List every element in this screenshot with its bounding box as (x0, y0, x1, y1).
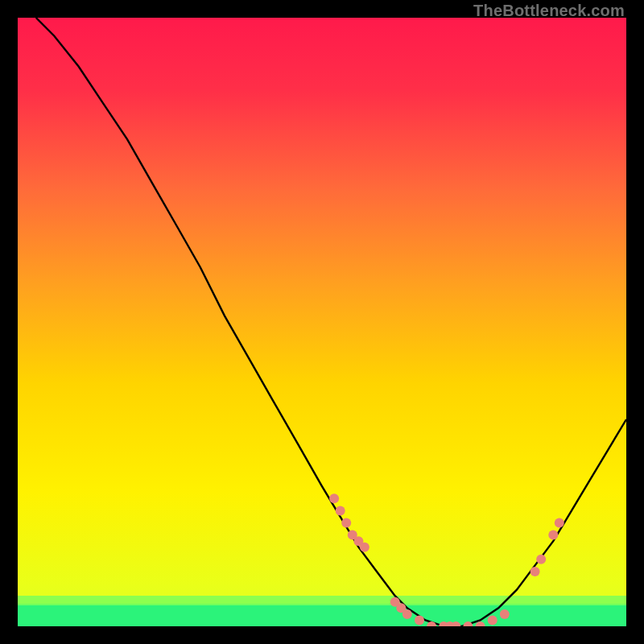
marker-dot (336, 506, 345, 515)
chart-svg (18, 18, 626, 626)
marker-dot (329, 493, 339, 503)
marker-dot (548, 530, 558, 540)
marker-dot (536, 555, 546, 564)
marker-dot (360, 543, 369, 552)
chart-frame (18, 18, 626, 626)
green-band (18, 604, 626, 626)
green-band-fade (18, 596, 626, 605)
gradient-background (18, 18, 626, 626)
marker-dot (488, 615, 497, 625)
marker-dot (402, 609, 412, 619)
marker-dot (530, 567, 540, 576)
marker-dot (415, 615, 424, 625)
marker-dot (500, 609, 510, 619)
watermark-text: TheBottleneck.com (473, 2, 625, 20)
marker-dot (341, 518, 351, 528)
marker-dot (555, 518, 564, 528)
